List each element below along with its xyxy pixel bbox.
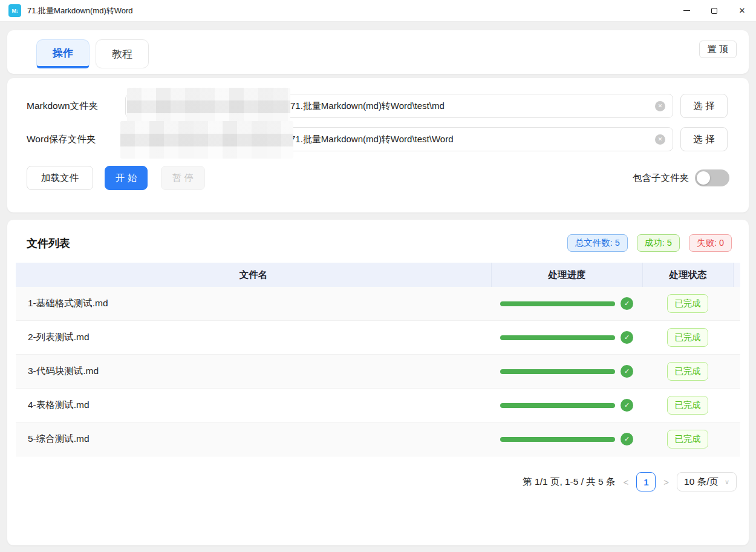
progress-bar	[500, 301, 615, 306]
progress-cell: ✓	[491, 399, 642, 412]
clear-icon[interactable]: ✕	[655, 134, 665, 145]
table-row[interactable]: 1-基础格式测试.md ✓ 已完成	[16, 287, 740, 321]
progress-bar	[500, 437, 615, 442]
file-list-title: 文件列表	[27, 236, 70, 251]
include-subfolders-toggle[interactable]	[695, 169, 729, 186]
maximize-icon	[711, 8, 717, 14]
success-count-badge: 成功: 5	[637, 234, 680, 252]
status-badge: 已完成	[667, 294, 708, 313]
include-subfolders-label: 包含子文件夹	[633, 172, 689, 185]
table-row[interactable]: 5-综合测试.md ✓ 已完成	[16, 422, 740, 456]
chevron-left-icon[interactable]: <	[624, 477, 629, 487]
markdown-folder-select-button[interactable]: 选 择	[680, 94, 728, 118]
start-label: 开 始	[116, 172, 137, 185]
pagination-summary: 第 1/1 页, 1-5 / 共 5 条	[523, 476, 615, 488]
status-badge: 已完成	[667, 430, 708, 448]
file-name: 3-代码块测试.md	[16, 365, 491, 378]
check-circle-icon: ✓	[621, 331, 633, 344]
file-list-panel: 文件列表 总文件数: 5 成功: 5 失败: 0 文件名 处理进度 处理状态 1…	[7, 220, 749, 545]
progress-bar	[500, 369, 615, 374]
markdown-folder-row: Markdown文件夹 71.批量Markdown(md)转Word\test\…	[27, 94, 728, 118]
word-folder-label: Word保存文件夹	[27, 133, 117, 146]
status-cell: 已完成	[642, 362, 733, 381]
page-number-button[interactable]: 1	[636, 472, 656, 491]
file-name: 5-综合测试.md	[16, 433, 491, 445]
app-icon-glyph: M↓	[12, 8, 18, 14]
redacted-path-blur	[120, 121, 293, 159]
chevron-down-icon: ∨	[725, 478, 729, 486]
start-button[interactable]: 开 始	[105, 166, 148, 190]
files-table: 文件名 处理进度 处理状态 1-基础格式测试.md ✓ 已完成 2-列表测试.m…	[16, 263, 740, 456]
page-size-select[interactable]: 10 条/页 ∨	[677, 472, 737, 491]
progress-cell: ✓	[491, 365, 642, 378]
table-header-row: 文件名 处理进度 处理状态	[16, 263, 740, 287]
load-files-label: 加载文件	[41, 172, 79, 185]
pause-button[interactable]: 暂 停	[161, 166, 205, 190]
clear-icon[interactable]: ✕	[655, 101, 665, 111]
close-icon: ✕	[739, 6, 746, 15]
file-name: 2-列表测试.md	[16, 331, 491, 344]
include-subfolders-control: 包含子文件夹	[633, 169, 729, 186]
pause-label: 暂 停	[172, 172, 194, 185]
file-list-header: 文件列表 总文件数: 5 成功: 5 失败: 0	[7, 220, 749, 263]
check-circle-icon: ✓	[621, 399, 633, 412]
status-cell: 已完成	[642, 430, 733, 448]
status-badge: 已完成	[667, 362, 708, 381]
column-header-progress: 处理进度	[491, 263, 642, 287]
tabs-bar: 操作 教程 置 顶	[7, 30, 749, 74]
progress-cell: ✓	[491, 433, 642, 445]
progress-cell: ✓	[491, 331, 642, 344]
progress-cell: ✓	[491, 297, 642, 310]
markdown-folder-label: Markdown文件夹	[27, 100, 117, 113]
total-files-badge: 总文件数: 5	[567, 234, 628, 252]
status-cell: 已完成	[642, 294, 733, 313]
select-button-label: 选 择	[693, 100, 714, 113]
status-cell: 已完成	[642, 328, 733, 347]
maximize-button[interactable]	[700, 0, 728, 21]
file-name: 1-基础格式测试.md	[16, 297, 491, 310]
status-cell: 已完成	[642, 396, 733, 415]
chevron-right-icon[interactable]: >	[663, 477, 669, 487]
select-button-label: 选 择	[693, 133, 714, 146]
minimize-icon	[683, 10, 690, 11]
tab-tutorial[interactable]: 教程	[96, 39, 149, 68]
tab-tutorial-label: 教程	[112, 47, 132, 61]
pin-on-top-label: 置 顶	[708, 44, 728, 55]
column-header-status: 处理状态	[642, 263, 733, 287]
failure-count-badge: 失败: 0	[689, 234, 732, 252]
tab-operation-label: 操作	[53, 46, 73, 60]
check-circle-icon: ✓	[621, 365, 633, 378]
pin-on-top-button[interactable]: 置 顶	[699, 41, 737, 58]
file-name: 4-表格测试.md	[16, 399, 491, 412]
markdown-folder-input[interactable]: 71.批量Markdown(md)转Word\test\md ✕	[125, 94, 673, 118]
word-folder-row: Word保存文件夹 71.批量Markdown(md)转Word\test\Wo…	[27, 127, 728, 151]
summary-badges: 总文件数: 5 成功: 5 失败: 0	[567, 234, 732, 252]
load-files-button[interactable]: 加载文件	[27, 166, 93, 190]
toggle-knob	[697, 171, 710, 185]
scrollbar-gutter	[733, 263, 740, 287]
close-button[interactable]: ✕	[728, 0, 756, 21]
pagination-bar: 第 1/1 页, 1-5 / 共 5 条 < 1 > 10 条/页 ∨	[7, 456, 749, 491]
minimize-button[interactable]	[673, 0, 700, 21]
word-folder-input[interactable]: 71.批量Markdown(md)转Word\test\Word ✕	[125, 127, 673, 151]
action-buttons-row: 加载文件 开 始 暂 停 包含子文件夹	[27, 166, 729, 190]
table-row[interactable]: 3-代码块测试.md ✓ 已完成	[16, 355, 740, 389]
status-badge: 已完成	[667, 396, 708, 415]
window-controls: ✕	[673, 0, 756, 21]
page-size-value: 10 条/页	[684, 476, 719, 488]
column-header-filename: 文件名	[16, 263, 491, 287]
table-body: 1-基础格式测试.md ✓ 已完成 2-列表测试.md ✓ 已完成 3-代码块测…	[16, 287, 740, 456]
word-folder-select-button[interactable]: 选 择	[680, 127, 728, 151]
conversion-form: Markdown文件夹 71.批量Markdown(md)转Word\test\…	[7, 78, 749, 212]
tab-operation[interactable]: 操作	[36, 39, 90, 68]
check-circle-icon: ✓	[621, 433, 633, 445]
window-title: 71.批量Markdown(md)转Word	[27, 5, 133, 16]
table-row[interactable]: 2-列表测试.md ✓ 已完成	[16, 321, 740, 355]
table-row[interactable]: 4-表格测试.md ✓ 已完成	[16, 389, 740, 422]
status-badge: 已完成	[667, 328, 708, 347]
progress-bar	[500, 403, 615, 408]
titlebar: M↓ 71.批量Markdown(md)转Word ✕	[0, 0, 756, 22]
app-icon: M↓	[8, 4, 21, 17]
redacted-path-blur	[127, 88, 290, 125]
check-circle-icon: ✓	[621, 297, 633, 310]
